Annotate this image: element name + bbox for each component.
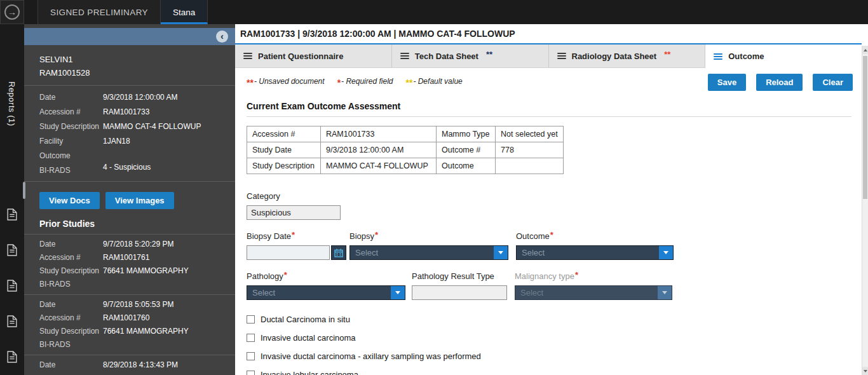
- dropdown-arrow-icon[interactable]: [391, 286, 405, 299]
- collapse-panel-button[interactable]: ‹: [216, 31, 228, 43]
- menu-icon: [714, 53, 722, 60]
- reports-rail: → Reports (1): [0, 0, 24, 375]
- dropdown-arrow-icon[interactable]: [659, 246, 673, 259]
- clear-button[interactable]: Clear: [813, 74, 853, 91]
- detail-value: RAM1001761: [103, 251, 149, 264]
- form-actions: Save Reload Clear: [708, 74, 862, 91]
- required-marker: *: [550, 230, 553, 240]
- panel-splitter-handle[interactable]: [23, 182, 25, 199]
- checkbox-label: Invasive lobular carcinoma: [261, 370, 358, 375]
- table-cell: Outcome: [437, 158, 496, 174]
- checkbox-invasive-lobular-carcinoma[interactable]: [247, 371, 255, 375]
- document-icon[interactable]: [7, 351, 17, 363]
- biopsy-select[interactable]: Select: [349, 245, 508, 260]
- view-images-button[interactable]: View Images: [105, 192, 174, 209]
- dropdown-arrow-icon[interactable]: [494, 246, 508, 259]
- tab-patient-questionnaire[interactable]: Patient Questionnaire: [235, 44, 392, 68]
- tab-label: Tech Data Sheet: [415, 51, 478, 61]
- biopsy-date-label: Biopsy Date*: [247, 231, 346, 241]
- scroll-up-icon[interactable]: [862, 46, 868, 54]
- scroll-down-icon[interactable]: [862, 367, 868, 375]
- outcome-select[interactable]: Select: [516, 245, 674, 260]
- checkbox-invasive-ductal-carcinoma[interactable]: [247, 334, 255, 342]
- table-cell: Accession #: [247, 126, 321, 142]
- detail-value: 9/3/2018 12:00:00 AM: [103, 90, 177, 105]
- detail-label: Accession #: [39, 105, 103, 119]
- required-marker: *: [292, 230, 295, 240]
- prior-study-item[interactable]: Date9/7/2018 5:20:29 PM Accession #RAM10…: [24, 234, 235, 294]
- detail-label: BI-RADS: [39, 278, 103, 291]
- tab-tech-data-sheet[interactable]: Tech Data Sheet **: [392, 44, 549, 68]
- legend-text: - Required field: [341, 77, 393, 86]
- document-icon[interactable]: [7, 315, 17, 327]
- tab-outcome[interactable]: Outcome: [705, 44, 862, 68]
- default-value-marker: **: [486, 50, 492, 59]
- detail-value: 8/29/2018 4:13:43 PM: [103, 358, 178, 372]
- document-icon[interactable]: [7, 208, 17, 221]
- table-row: Study Date 9/3/2018 12:00:00 AM Outcome …: [247, 142, 564, 158]
- prior-study-item[interactable]: Date8/29/2018 4:13:43 PM Accession #SELV…: [24, 355, 235, 375]
- table-cell: Outcome #: [437, 142, 496, 158]
- tab-label: Radiology Data Sheet: [572, 51, 657, 61]
- forward-arrow-icon: →: [4, 4, 20, 20]
- detail-row: Facility 1JAN18: [39, 134, 235, 149]
- document-icon[interactable]: [7, 244, 17, 256]
- detail-row: BI-RADS 4 - Suspicious: [39, 163, 235, 178]
- category-input[interactable]: [247, 205, 341, 220]
- detail-value: SELVIN1: [103, 372, 133, 375]
- save-button[interactable]: Save: [708, 74, 746, 91]
- detail-row: Study Description MAMMO CAT-4 FOLLOWUP: [39, 119, 235, 134]
- biopsy-date-input[interactable]: [247, 245, 330, 260]
- detail-label: BI-RADS: [39, 163, 103, 178]
- biopsy-date-field: [247, 245, 346, 260]
- unsaved-marker: **: [664, 50, 670, 59]
- table-cell: MAMMO CAT-4 FOLLOWUP: [321, 158, 437, 174]
- pathology-select[interactable]: Select: [247, 285, 405, 300]
- biopsy-label: Biopsy*: [349, 231, 508, 241]
- document-tabs: Patient Questionnaire Tech Data Sheet **…: [235, 44, 862, 68]
- window-tab-signed-preliminary[interactable]: SIGNED PRELIMINARY: [37, 0, 161, 24]
- reports-rail-label[interactable]: Reports (1): [7, 81, 17, 126]
- checkbox-ductal-carcinoma-in-situ[interactable]: [247, 315, 255, 324]
- document-area: RAM1001733 | 9/3/2018 12:00:00 AM | MAMM…: [235, 24, 868, 375]
- required-marker: *: [575, 270, 578, 280]
- detail-label: Date: [39, 238, 103, 251]
- view-docs-button[interactable]: View Docs: [39, 192, 100, 209]
- checkbox-invasive-ductal-carcinoma-axillary[interactable]: [247, 352, 255, 360]
- tab-radiology-data-sheet[interactable]: Radiology Data Sheet **: [549, 44, 706, 68]
- table-cell: Mammo Type: [437, 126, 496, 142]
- required-marker: *: [284, 270, 287, 280]
- legend-default: ** - Default value: [405, 77, 462, 87]
- table-row: Study Description MAMMO CAT-4 FOLLOWUP O…: [247, 158, 564, 174]
- checkbox-label: Ductal Carcinoma in situ: [261, 315, 350, 324]
- document-icon[interactable]: [7, 280, 17, 292]
- required-marker: *: [375, 230, 378, 240]
- table-cell: RAM1001733: [321, 126, 437, 142]
- detail-value: 76641 MAMMOGRAPHY: [103, 325, 189, 338]
- reload-button[interactable]: Reload: [756, 74, 803, 91]
- label-text: Biopsy: [349, 231, 374, 241]
- calendar-button[interactable]: [331, 245, 346, 260]
- detail-label: Study Description: [39, 119, 103, 134]
- pathology-label: Pathology*: [247, 271, 405, 281]
- expand-panel-button[interactable]: →: [0, 0, 24, 24]
- detail-row: Accession # RAM1001733: [39, 105, 235, 119]
- outcome-form: Current Exam Outcome Assessment Accessio…: [235, 96, 862, 375]
- biopsy-select-value: Select: [350, 248, 494, 257]
- table-row: Accession # RAM1001733 Mammo Type Not se…: [247, 126, 564, 142]
- table-cell: 778: [496, 142, 564, 158]
- tab-label: Patient Questionnaire: [258, 51, 343, 61]
- pathology-result-type-input[interactable]: [412, 285, 507, 300]
- category-label: Category: [247, 191, 851, 201]
- label-text: Pathology Result Type: [412, 271, 494, 281]
- vertical-scrollbar[interactable]: [862, 46, 868, 375]
- checkbox-label: Invasive ductal carcinoma - axillary sam…: [261, 351, 481, 361]
- window-tab-stana[interactable]: Stana: [161, 0, 208, 24]
- outcome-select-value: Select: [517, 248, 659, 257]
- prior-study-item[interactable]: Date9/7/2018 5:05:53 PM Accession #RAM10…: [24, 294, 235, 355]
- table-cell: [496, 158, 564, 174]
- detail-value: 4 - Suspicious: [103, 160, 151, 175]
- scrollbar-thumb[interactable]: [863, 56, 867, 199]
- pathology-checkbox-list: Ductal Carcinoma in situ Invasive ductal…: [247, 310, 851, 375]
- legend-required: * - Required field: [337, 77, 393, 87]
